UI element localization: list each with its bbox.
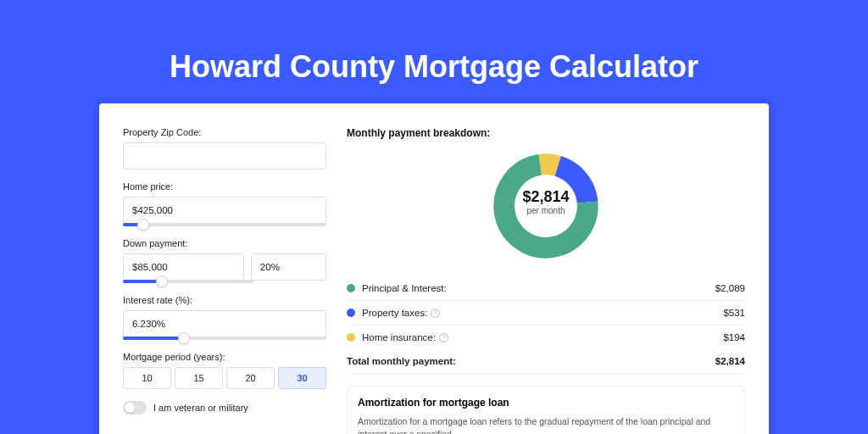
veteran-toggle[interactable] — [123, 401, 147, 415]
zip-group: Property Zip Code: — [123, 127, 326, 170]
donut-chart: $2,814 per month — [347, 151, 745, 261]
zip-label: Property Zip Code: — [123, 127, 326, 137]
home-price-group: Home price: — [123, 181, 326, 226]
total-label: Total monthly payment: — [347, 356, 715, 366]
info-icon[interactable]: ? — [439, 333, 448, 342]
donut-center-amount: $2,814 — [495, 188, 597, 206]
breakdown-item-label: Home insurance:? — [362, 332, 723, 342]
period-option-20[interactable]: 20 — [226, 367, 275, 389]
home-price-input[interactable] — [123, 197, 326, 224]
breakdown-row: Principal & Interest:$2,089 — [347, 276, 745, 301]
total-row: Total monthly payment: $2,814 — [347, 349, 745, 374]
period-option-10[interactable]: 10 — [123, 367, 171, 389]
veteran-toggle-row: I am veteran or military — [123, 401, 326, 415]
calculator-card: Property Zip Code: Home price: Down paym… — [99, 103, 769, 434]
breakdown-title: Monthly payment breakdown: — [347, 127, 745, 139]
home-price-label: Home price: — [123, 181, 326, 192]
interest-rate-group: Interest rate (%): — [123, 295, 326, 340]
period-group: Mortgage period (years): 10152030 — [123, 352, 326, 389]
breakdown-column: Monthly payment breakdown: $2,814 per mo… — [347, 127, 745, 434]
amortization-title: Amortization for mortgage loan — [358, 397, 734, 409]
breakdown-item-value: $194 — [723, 332, 745, 342]
legend-dot — [347, 284, 355, 292]
donut-center-sub: per month — [495, 206, 597, 215]
veteran-label: I am veteran or military — [153, 403, 248, 413]
info-icon[interactable]: ? — [431, 309, 440, 318]
down-payment-slider[interactable] — [123, 280, 253, 283]
amortization-text: Amortization for a mortgage loan refers … — [358, 415, 734, 434]
down-payment-label: Down payment: — [123, 238, 326, 248]
interest-rate-label: Interest rate (%): — [123, 295, 326, 305]
breakdown-item-value: $2,089 — [715, 283, 745, 293]
legend-dot — [347, 309, 355, 317]
interest-rate-input[interactable] — [123, 310, 326, 337]
period-option-15[interactable]: 15 — [175, 367, 223, 389]
interest-rate-slider[interactable] — [123, 337, 326, 340]
zip-input[interactable] — [123, 142, 326, 170]
breakdown-row: Home insurance:?$194 — [347, 326, 745, 349]
legend-dot — [347, 333, 355, 342]
period-option-30[interactable]: 30 — [278, 367, 326, 389]
page-title: Howard County Mortgage Calculator — [0, 0, 868, 103]
down-payment-group: Down payment: — [123, 238, 326, 283]
down-payment-amount-input[interactable] — [123, 253, 244, 281]
amortization-card: Amortization for mortgage loan Amortizat… — [347, 386, 745, 434]
home-price-slider[interactable] — [123, 223, 326, 226]
breakdown-item-label: Principal & Interest: — [362, 283, 715, 293]
breakdown-item-value: $531 — [723, 308, 745, 318]
period-label: Mortgage period (years): — [123, 352, 326, 362]
breakdown-row: Property taxes:?$531 — [347, 301, 745, 326]
breakdown-item-label: Property taxes:? — [362, 308, 723, 318]
input-column: Property Zip Code: Home price: Down paym… — [123, 127, 326, 434]
down-payment-percent-input[interactable] — [251, 253, 326, 281]
total-value: $2,814 — [715, 356, 745, 366]
